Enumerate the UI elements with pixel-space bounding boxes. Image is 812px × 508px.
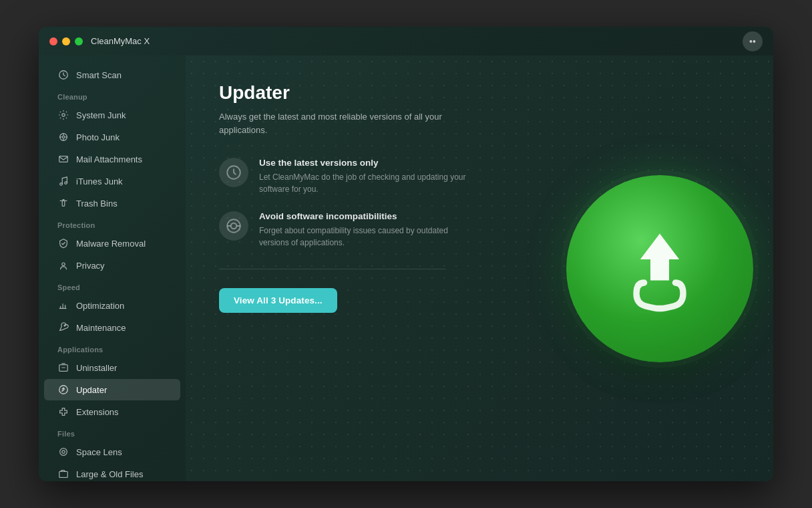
sidebar-item-trash-bins[interactable]: Trash Bins [44,193,180,214]
section-divider [219,269,446,269]
trash-icon [57,197,69,209]
feature-text-latest: Use the latest versions only Let CleanMy… [259,158,473,195]
gear-icon [57,109,69,121]
sidebar-label-uninstaller: Uninstaller [76,363,117,373]
sidebar-section-protection: Protection [39,215,186,232]
sidebar-section-speed: Speed [39,277,186,294]
optimization-icon [57,299,69,311]
minimize-button[interactable] [62,37,70,45]
maximize-button[interactable] [75,37,83,45]
svg-point-9 [60,183,63,186]
app-window: CleanMyMac X •• Smart Scan Cleanup [39,27,773,481]
sidebar-item-system-junk[interactable]: System Junk [44,104,180,126]
sidebar-item-smart-scan[interactable]: Smart Scan [44,64,180,86]
sidebar-label-maintenance: Maintenance [76,323,126,333]
sidebar-label-mail-attachments: Mail Attachments [76,154,142,164]
svg-point-10 [65,182,67,184]
svg-point-1 [62,114,65,116]
sidebar-item-privacy[interactable]: Privacy [44,255,180,276]
title-bar: CleanMyMac X •• [39,27,773,55]
photo-icon [57,131,69,143]
traffic-lights [49,37,83,45]
sidebar-label-trash-bins: Trash Bins [76,199,118,209]
music-icon [57,175,69,187]
files-icon [57,468,69,480]
shield-icon [57,237,69,249]
page-title: Updater [219,82,740,104]
view-updates-button[interactable]: View All 3 Updates... [219,288,337,313]
sidebar-label-smart-scan: Smart Scan [76,70,122,80]
app-title: CleanMyMac X [91,36,150,46]
sidebar-label-itunes-junk: iTunes Junk [76,176,123,186]
feature-title-incompatibilities: Avoid software incompatibilities [259,211,473,221]
close-button[interactable] [49,37,57,45]
uninstaller-icon [57,362,69,374]
sidebar-item-itunes-junk[interactable]: iTunes Junk [44,170,180,192]
settings-button[interactable]: •• [743,31,763,51]
svg-point-3 [62,136,65,138]
sidebar-item-space-lens[interactable]: Space Lens [44,441,180,463]
space-icon [57,446,69,458]
sidebar-section-applications: Applications [39,339,186,356]
privacy-icon [57,259,69,271]
feature-title-latest: Use the latest versions only [259,158,473,168]
sidebar-item-mail-attachments[interactable]: Mail Attachments [44,148,180,170]
sidebar-item-photo-junk[interactable]: Photo Junk [44,126,180,148]
sidebar-label-optimization: Optimization [76,301,124,311]
svg-point-19 [62,451,65,453]
page-subtitle: Always get the latest and most reliable … [219,110,473,136]
maintenance-icon [57,322,69,334]
sidebar-section-files: Files [39,423,186,440]
updater-arrow-icon [613,222,706,315]
sidebar-label-system-junk: System Junk [76,110,126,120]
sidebar-item-optimization[interactable]: Optimization [44,295,180,316]
updater-icon-circle [566,175,753,362]
content-area: Updater Always get the latest and most r… [186,55,773,481]
sidebar-label-photo-junk: Photo Junk [76,132,120,142]
updater-graphic [566,175,753,362]
feature-text-incompatibilities: Avoid software incompatibilities Forget … [259,211,473,249]
svg-point-29 [231,223,237,229]
sidebar-item-updater[interactable]: Updater [44,379,180,400]
extensions-icon [57,406,69,418]
updater-icon [57,384,69,396]
svg-rect-8 [59,156,67,162]
sidebar-item-large-old-files[interactable]: Large & Old Files [44,463,180,481]
sidebar-label-privacy: Privacy [76,261,105,271]
layers-icon [219,211,248,241]
sidebar-item-malware-removal[interactable]: Malware Removal [44,233,180,254]
clock-icon [219,158,248,187]
sidebar-label-extensions: Extensions [76,407,119,417]
sidebar-label-malware-removal: Malware Removal [76,239,146,249]
sidebar-item-extensions[interactable]: Extensions [44,401,180,422]
svg-rect-20 [59,471,67,477]
sidebar-section-cleanup: Cleanup [39,86,186,104]
sidebar-item-uninstaller[interactable]: Uninstaller [44,357,180,378]
feature-desc-incompatibilities: Forget about compatibility issues caused… [259,225,473,249]
sidebar-label-updater: Updater [76,385,107,395]
sidebar-label-large-old-files: Large & Old Files [76,469,143,479]
mail-icon [57,153,69,165]
svg-point-18 [60,449,67,456]
more-dots-icon: •• [749,36,756,47]
sidebar-label-space-lens: Space Lens [76,447,122,457]
svg-point-11 [62,263,65,265]
sidebar-item-maintenance[interactable]: Maintenance [44,317,180,338]
main-layout: Smart Scan Cleanup System Junk [39,55,773,481]
sidebar: Smart Scan Cleanup System Junk [39,55,186,481]
feature-desc-latest: Let CleanMyMac do the job of checking an… [259,171,473,195]
scan-icon [57,69,69,81]
